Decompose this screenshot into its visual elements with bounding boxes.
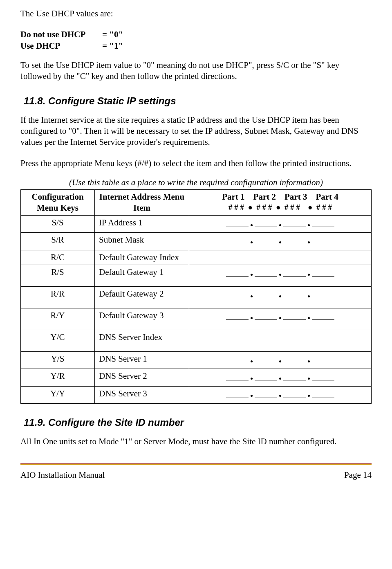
- ip-blank: [255, 270, 277, 277]
- table-row: S/RSubnet Mask: [21, 233, 372, 250]
- header-col-parts: Part 1 Part 2 Part 3 Part 4 # # # ● # # …: [189, 189, 372, 216]
- ip-blank: [312, 314, 334, 320]
- parts-header-line2: # # # ● # # # ● # # # ● # # #: [193, 202, 367, 213]
- ip-blank: [312, 357, 334, 363]
- table-row: R/SDefault Gateway 1: [21, 265, 372, 287]
- table-row: R/CDefault Gateway Index: [21, 250, 372, 265]
- parts-header-line1: Part 1 Part 2 Part 3 Part 4: [193, 191, 367, 202]
- section-11-9-heading: 11.9. Configure the Site ID number: [24, 416, 372, 429]
- dot-icon: [308, 274, 310, 276]
- intro-text: The Use DHCP values are:: [20, 8, 372, 19]
- ip-blank: [312, 392, 334, 398]
- table-row: Y/CDNS Server Index: [21, 330, 372, 352]
- ip-blank: [283, 270, 306, 277]
- dhcp-value-row: Use DHCP = "1": [20, 40, 372, 52]
- dot-icon: [251, 360, 253, 362]
- dot-icon: [308, 317, 310, 319]
- section-11-8-heading: 11.8. Configure Static IP settings: [24, 94, 372, 107]
- cell-item: DNS Server Index: [95, 330, 189, 352]
- section-11-8-para1: If the Internet service at the site requ…: [20, 115, 372, 148]
- cell-ip-blanks: [189, 287, 372, 308]
- ip-blank: [255, 221, 277, 227]
- cell-keys: Y/Y: [21, 386, 95, 403]
- table-header-row: Configuration Menu Keys Internet Address…: [21, 189, 372, 216]
- dot-icon: [279, 274, 281, 276]
- ip-blank: [226, 374, 249, 380]
- dhcp-value-row: Do not use DHCP = "0": [20, 29, 372, 40]
- header-col-keys: Configuration Menu Keys: [21, 189, 95, 216]
- footer-right: Page 14: [344, 470, 372, 481]
- dhcp-value-1: = "1": [102, 40, 123, 52]
- ip-blank: [226, 221, 249, 227]
- header-col-item: Internet Address Menu Item: [95, 189, 189, 216]
- cell-item: DNS Server 2: [95, 369, 189, 386]
- footer-left: AIO Installation Manual: [20, 470, 105, 481]
- cell-ip-blanks: [189, 352, 372, 369]
- cell-ip-blanks: [189, 216, 372, 233]
- dot-icon: [251, 241, 253, 243]
- table-row: R/YDefault Gateway 3: [21, 308, 372, 330]
- cell-keys: R/R: [21, 287, 95, 308]
- dot-icon: [308, 224, 310, 226]
- dot-icon: [279, 395, 281, 397]
- cell-keys: R/Y: [21, 308, 95, 330]
- config-table: Configuration Menu Keys Internet Address…: [20, 189, 372, 404]
- ip-blank: [283, 392, 306, 398]
- dhcp-value-0: = "0": [102, 29, 123, 40]
- ip-blank: [283, 221, 306, 227]
- ip-blank: [312, 221, 334, 227]
- ip-blank: [226, 238, 249, 244]
- section-11-8-para2: Press the appropriate Menu keys (#/#) to…: [20, 158, 372, 169]
- dot-icon: [279, 295, 281, 297]
- cell-keys: S/S: [21, 216, 95, 233]
- footer-rule: [20, 463, 372, 465]
- cell-keys: Y/C: [21, 330, 95, 352]
- ip-blank: [283, 314, 306, 320]
- table-row: Y/YDNS Server 3: [21, 386, 372, 403]
- ip-blank: [255, 374, 277, 380]
- ip-blank: [283, 238, 306, 244]
- dot-icon: [251, 224, 253, 226]
- dot-icon: [251, 395, 253, 397]
- dot-icon: [279, 317, 281, 319]
- ip-blank: [255, 314, 277, 320]
- cell-item: Default Gateway Index: [95, 250, 189, 265]
- dot-icon: [279, 360, 281, 362]
- dot-icon: [308, 295, 310, 297]
- ip-blank: [312, 374, 334, 380]
- cell-item: IP Address 1: [95, 216, 189, 233]
- table-row: R/RDefault Gateway 2: [21, 287, 372, 308]
- cell-keys: Y/S: [21, 352, 95, 369]
- dot-icon: [308, 395, 310, 397]
- cell-keys: Y/R: [21, 369, 95, 386]
- dot-icon: [279, 378, 281, 380]
- ip-blank: [255, 357, 277, 363]
- dot-icon: [308, 241, 310, 243]
- ip-blank: [226, 270, 249, 277]
- dhcp-label-1: Use DHCP: [20, 40, 102, 52]
- dot-icon: [251, 378, 253, 380]
- table-row: Y/SDNS Server 1: [21, 352, 372, 369]
- section-11-9-para1: All In One units set to Mode "1" or Serv…: [20, 436, 372, 447]
- table-row: S/SIP Address 1: [21, 216, 372, 233]
- cell-ip-blanks: [189, 369, 372, 386]
- ip-blank: [283, 374, 306, 380]
- dhcp-instruction: To set the Use DHCP item value to "0" me…: [20, 60, 372, 82]
- ip-blank: [255, 238, 277, 244]
- ip-blank: [226, 357, 249, 363]
- cell-ip-blanks: [189, 265, 372, 287]
- cell-item: Default Gateway 3: [95, 308, 189, 330]
- dot-icon: [251, 274, 253, 276]
- ip-blank: [226, 314, 249, 320]
- cell-ip-blanks: [189, 233, 372, 250]
- ip-blank: [312, 238, 334, 244]
- table-row: Y/RDNS Server 2: [21, 369, 372, 386]
- cell-ip-blanks: [189, 308, 372, 330]
- cell-item: DNS Server 3: [95, 386, 189, 403]
- dot-icon: [308, 360, 310, 362]
- cell-ip-blanks: [189, 250, 372, 265]
- cell-keys: R/C: [21, 250, 95, 265]
- ip-blank: [255, 292, 277, 298]
- ip-blank: [226, 392, 249, 398]
- dot-icon: [279, 241, 281, 243]
